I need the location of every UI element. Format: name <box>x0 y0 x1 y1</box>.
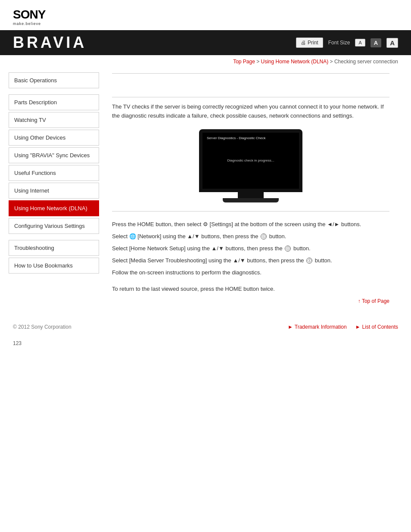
sidebar: Basic Operations Parts Description Watch… <box>9 68 99 308</box>
sidebar-item-how-to-use-bookmarks[interactable]: How to Use Bookmarks <box>9 258 99 274</box>
list-of-contents-link[interactable]: ► List of Contents <box>355 324 398 330</box>
bravia-title: BRAVIA <box>13 34 87 52</box>
top-of-page-text: Top of Page <box>362 298 389 304</box>
top-of-page-link: ↑ Top of Page <box>112 298 389 304</box>
third-divider <box>112 211 389 212</box>
sidebar-item-troubleshooting[interactable]: Troubleshooting <box>9 240 99 256</box>
bravia-header: BRAVIA 🖨 Print Font Size A A A <box>0 30 411 55</box>
sidebar-item-useful-functions[interactable]: Useful Functions <box>9 165 99 181</box>
footer: © 2012 Sony Corporation ► Trademark Info… <box>0 317 411 337</box>
top-of-page-anchor[interactable]: ↑ Top of Page <box>358 298 389 304</box>
breadcrumb-section[interactable]: Using Home Network (DLNA) <box>261 59 329 65</box>
step-4: Select [Media Server Troubleshooting] us… <box>112 255 389 267</box>
copyright: © 2012 Sony Corporation <box>13 324 72 330</box>
content-area: The TV checks if the server is being cor… <box>99 68 402 308</box>
font-small-button[interactable]: A <box>355 39 365 47</box>
font-medium-button[interactable]: A <box>371 38 381 47</box>
trademark-link[interactable]: ► Trademark Information <box>288 324 347 330</box>
breadcrumb-sep2: > <box>330 59 334 65</box>
step-1: Press the HOME button, then select ⚙ [Se… <box>112 218 389 230</box>
sidebar-item-watching-tv[interactable]: Watching TV <box>9 112 99 128</box>
confirm-icon-2: Ⓘ <box>285 246 291 252</box>
tv-screen: Server Diagnostics - Diagnostic Check Di… <box>202 133 299 189</box>
confirm-icon-3: Ⓘ <box>306 258 312 264</box>
trademark-label: Trademark Information <box>295 324 347 330</box>
logo-area: SONY make.believe <box>0 0 411 30</box>
sidebar-item-using-home-network[interactable]: Using Home Network (DLNA) <box>9 200 99 216</box>
tv-stand-neck <box>238 192 264 198</box>
second-divider <box>112 97 389 97</box>
sidebar-item-parts-description[interactable]: Parts Description <box>9 94 99 110</box>
sidebar-item-configuring-various-settings[interactable]: Configuring Various Settings <box>9 218 99 234</box>
sony-logo: SONY <box>13 8 398 22</box>
sidebar-item-using-internet[interactable]: Using Internet <box>9 183 99 199</box>
breadcrumb-top[interactable]: Top Page <box>233 59 255 65</box>
breadcrumb-sep1: > <box>256 59 261 65</box>
print-button[interactable]: 🖨 Print <box>296 37 323 48</box>
breadcrumb: Top Page > Using Home Network (DLNA) > C… <box>0 55 411 68</box>
header-controls: 🖨 Print Font Size A A A <box>296 37 398 48</box>
tv-screen-outer: Server Diagnostics - Diagnostic Check Di… <box>199 129 302 192</box>
sidebar-item-basic-operations[interactable]: Basic Operations <box>9 72 99 88</box>
footer-links: ► Trademark Information ► List of Conten… <box>288 324 398 330</box>
steps: Press the HOME button, then select ⚙ [Se… <box>112 218 389 279</box>
tv-screen-title: Server Diagnostics - Diagnostic Check <box>207 136 266 140</box>
page-number: 123 <box>0 337 411 350</box>
print-icon: 🖨 <box>301 40 306 46</box>
tv-image-container: Server Diagnostics - Diagnostic Check Di… <box>112 129 389 202</box>
list-of-contents-label: List of Contents <box>362 324 398 330</box>
print-label: Print <box>308 40 318 46</box>
tv-screen-text: Diagnostic check in progress... <box>227 159 274 162</box>
step-2: Select 🌐 [Network] using the ▲/▼ buttons… <box>112 230 389 243</box>
confirm-icon-1: Ⓘ <box>261 233 267 240</box>
sony-tagline: make.believe <box>13 22 398 26</box>
return-note: To return to the last viewed source, pre… <box>112 286 389 292</box>
top-divider <box>112 73 389 74</box>
sidebar-item-using-bravia-sync[interactable]: Using "BRAVIA" Sync Devices <box>9 147 99 163</box>
sidebar-item-using-other-devices[interactable]: Using Other Devices <box>9 130 99 146</box>
font-size-label: Font Size <box>328 40 350 46</box>
font-large-button[interactable]: A <box>386 38 398 48</box>
step-3: Select [Home Network Setup] using the ▲/… <box>112 243 389 255</box>
tv-mockup: Server Diagnostics - Diagnostic Check Di… <box>199 129 302 202</box>
breadcrumb-current: Checking server connection <box>334 59 398 65</box>
step-5: Follow the on-screen instructions to per… <box>112 267 389 279</box>
tv-stand-base <box>223 198 279 202</box>
intro-text: The TV checks if the server is being cor… <box>112 103 389 121</box>
main-layout: Basic Operations Parts Description Watch… <box>0 68 411 308</box>
